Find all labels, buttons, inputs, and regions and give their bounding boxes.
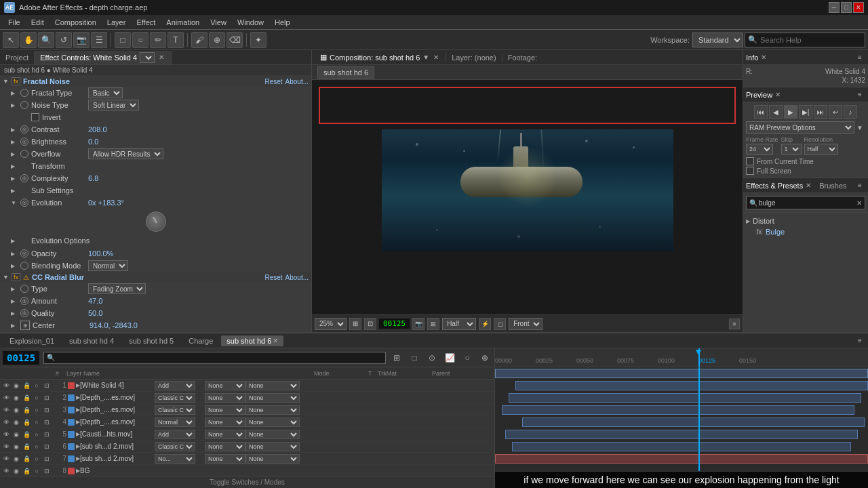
layer1-track[interactable]: [495, 369, 868, 378]
full-screen-checkbox[interactable]: [746, 167, 754, 175]
layer2-parent-select[interactable]: None: [245, 393, 300, 403]
pen-tool[interactable]: ✏: [150, 32, 166, 48]
play-btn[interactable]: ▶: [784, 105, 797, 119]
rotate-tool[interactable]: ↺: [56, 32, 72, 48]
layer7-track[interactable]: [512, 442, 851, 451]
effects-presets-close[interactable]: ✕: [806, 182, 811, 189]
layer5-eye-icon[interactable]: 👁: [1, 430, 11, 439]
layer4-eye-icon[interactable]: 👁: [1, 418, 11, 427]
rect-tool[interactable]: □: [115, 32, 131, 48]
view-select[interactable]: Front: [509, 318, 542, 330]
layer5-lock-icon[interactable]: 🔒: [22, 430, 31, 439]
quality-arrow[interactable]: ▶: [11, 310, 18, 317]
sub-settings-arrow[interactable]: ▶: [11, 188, 18, 194]
timeline-timecode[interactable]: 00125: [3, 351, 39, 365]
contrast-value[interactable]: 208.0: [88, 125, 107, 134]
invert-checkbox[interactable]: [31, 113, 39, 121]
info-close[interactable]: ✕: [761, 54, 766, 61]
info-tab[interactable]: Info: [746, 54, 758, 62]
layer8-eye-icon[interactable]: 👁: [1, 466, 11, 476]
layer4-parent-select[interactable]: None: [245, 418, 300, 427]
layer-tab[interactable]: Layer: (none): [446, 54, 502, 62]
loop-btn[interactable]: ↩: [829, 105, 842, 119]
menu-file[interactable]: File: [3, 17, 26, 28]
quality-value[interactable]: 50.0: [88, 309, 102, 317]
layer8-collapse-icon[interactable]: ⊡: [42, 466, 52, 476]
timeline-menu[interactable]: ≡: [854, 336, 865, 346]
layer8-lock-icon[interactable]: 🔒: [22, 466, 31, 476]
audio-btn[interactable]: ♪: [844, 105, 857, 119]
menu-composition[interactable]: Composition: [50, 17, 102, 28]
layer6-solo-icon[interactable]: ◉: [12, 442, 21, 451]
layer3-track[interactable]: [509, 393, 861, 403]
blending-mode-arrow[interactable]: ▶: [11, 263, 18, 269]
workspace-select[interactable]: Standard: [692, 33, 743, 47]
pan-tool[interactable]: ☰: [91, 32, 107, 48]
layer1-eye-icon[interactable]: 👁: [1, 381, 11, 390]
layer3-mode-select[interactable]: Classic C...: [155, 405, 195, 415]
comp-options-btn[interactable]: ⊡: [364, 318, 376, 330]
fast-preview-btn[interactable]: ⚡: [479, 318, 491, 330]
next-frame-btn[interactable]: ▶|: [799, 105, 812, 119]
layer1-parent-select[interactable]: None: [245, 381, 300, 390]
timeline-search-input[interactable]: [55, 354, 382, 362]
distort-group[interactable]: ▶ Distort: [746, 216, 865, 226]
overflow-arrow[interactable]: ▶: [11, 151, 18, 157]
layer5-trk-select[interactable]: None: [205, 430, 245, 439]
menu-view[interactable]: View: [205, 17, 232, 28]
fit-to-comp-btn[interactable]: ⊞: [349, 318, 361, 330]
timeline-tab-subhd6-active[interactable]: sub shot hd 6 ✕: [221, 336, 283, 346]
bulge-effect-item[interactable]: fx Bulge: [746, 226, 865, 237]
noise-type-arrow[interactable]: ▶: [11, 102, 18, 108]
menu-edit[interactable]: Edit: [26, 17, 50, 28]
evolution-knob[interactable]: [146, 211, 166, 232]
selection-tool[interactable]: ↖: [3, 32, 19, 48]
layer5-collapse-icon[interactable]: ⊡: [42, 430, 52, 439]
layer6-parent-select[interactable]: None: [245, 442, 300, 451]
composition-tab[interactable]: ▦ Composition: sub shot hd 6 ▼ ✕: [315, 53, 446, 62]
preview-menu[interactable]: ≡: [854, 89, 865, 100]
layer6-lock-icon[interactable]: 🔒: [22, 442, 31, 451]
layer8-shy-icon[interactable]: ○: [32, 466, 41, 476]
text-tool[interactable]: T: [167, 32, 184, 48]
layer4-shy-icon[interactable]: ○: [32, 418, 41, 427]
tl-solo-btn[interactable]: □: [408, 351, 421, 365]
comp-dropdown-icon[interactable]: ▼: [422, 54, 429, 61]
layer7-shy-icon[interactable]: ○: [32, 454, 41, 464]
cc-radial-blur-header[interactable]: ▼ fx ⚠ CC Radial Blur Reset About...: [0, 272, 311, 283]
layer2-trk-select[interactable]: None: [205, 393, 245, 403]
layer2-solo-icon[interactable]: ◉: [12, 393, 21, 403]
clone-tool[interactable]: ⊕: [209, 32, 225, 48]
layer2-eye-icon[interactable]: 👁: [1, 393, 11, 403]
layer7-lock-icon[interactable]: 🔒: [22, 454, 31, 464]
ep-clear-btn[interactable]: ✕: [856, 199, 862, 207]
comp-panel-menu[interactable]: ≡: [729, 319, 740, 329]
menu-help[interactable]: Help: [269, 17, 296, 28]
transparency-btn[interactable]: ◻: [494, 318, 506, 330]
prev-frame-btn[interactable]: ◀: [769, 105, 783, 119]
menu-effect[interactable]: Effect: [131, 17, 161, 28]
layer5-shy-icon[interactable]: ○: [32, 430, 41, 439]
timeline-tab-charge[interactable]: Charge: [182, 336, 220, 346]
layer6-trk-select[interactable]: None: [205, 442, 245, 451]
fractal-noise-about[interactable]: About...: [285, 78, 309, 85]
footage-tab[interactable]: Footage:: [502, 54, 542, 62]
layer6-eye-icon[interactable]: 👁: [1, 442, 11, 451]
comp-close-btn[interactable]: ✕: [432, 54, 440, 62]
evolution-options-arrow[interactable]: ▶: [11, 238, 18, 244]
ep-menu[interactable]: ≡: [854, 180, 865, 191]
opacity-arrow[interactable]: ▶: [11, 251, 18, 257]
layer3-eye-icon[interactable]: 👁: [1, 405, 11, 415]
tl-3d-btn[interactable]: ⊕: [478, 351, 492, 365]
goto-end-btn[interactable]: ⏭: [814, 105, 827, 119]
tl-render-btn[interactable]: ⊙: [425, 351, 439, 365]
overflow-select[interactable]: Allow HDR Results: [88, 148, 163, 159]
menu-layer[interactable]: Layer: [102, 17, 132, 28]
center-crosshair-icon[interactable]: ⊕: [20, 321, 30, 330]
layer3-parent-select[interactable]: None: [245, 405, 300, 415]
effect-controls-layer-select[interactable]: [140, 52, 155, 63]
blending-mode-select[interactable]: Normal: [88, 260, 128, 271]
layer1-shy-icon[interactable]: ○: [32, 381, 41, 390]
effects-presets-tab[interactable]: Effects & Presets: [746, 182, 803, 190]
cc-radial-blur-about[interactable]: About...: [285, 274, 309, 281]
